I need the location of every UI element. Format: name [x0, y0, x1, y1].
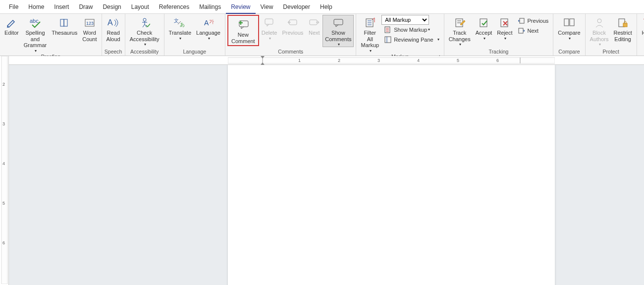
tab-mailings[interactable]: Mailings: [194, 0, 226, 14]
block-authors-icon: [593, 17, 605, 29]
tracking-previous-label: Previous: [528, 18, 549, 24]
document-workspace[interactable]: [9, 65, 644, 285]
svg-text:123: 123: [86, 21, 94, 26]
tab-developer[interactable]: Developer: [278, 0, 315, 14]
svg-rect-25: [564, 19, 569, 26]
show-markup-button[interactable]: Show Markup▾: [381, 25, 442, 35]
svg-rect-12: [265, 19, 273, 24]
show-comments-icon: [332, 17, 344, 29]
group-accessibility: Check Accessibility▾ Accessibility: [125, 14, 164, 56]
read-aloud-label: Read Aloud: [107, 30, 120, 42]
block-authors-label: Block Authors: [590, 30, 609, 42]
compare-icon: [563, 17, 575, 29]
tracking-next-button[interactable]: Next: [515, 26, 551, 36]
delete-comment-icon: [264, 17, 275, 29]
word-count-button[interactable]: 123 Word Count: [80, 15, 99, 43]
vruler-num: 3: [2, 121, 5, 126]
tab-draw[interactable]: Draw: [74, 0, 98, 14]
new-comment-icon: [237, 19, 249, 31]
hide-ink-button[interactable]: Hide Ink▾: [639, 15, 644, 47]
ruler-num: 4: [417, 58, 420, 63]
check-accessibility-button[interactable]: Check Accessibility▾: [127, 15, 162, 47]
language-label: Language: [196, 30, 220, 36]
group-language: 文あ Translate▾ A가 Language▾ Language: [164, 14, 225, 56]
ruler-num: 3: [377, 58, 380, 63]
svg-text:A: A: [107, 18, 113, 27]
accessibility-icon: [139, 17, 151, 29]
reviewing-pane-button[interactable]: Reviewing Pane▾: [381, 35, 442, 45]
spelling-grammar-button[interactable]: abc Spelling and Grammar▾: [21, 15, 49, 54]
svg-text:あ: あ: [180, 22, 185, 27]
filter-markup-label: Filter All Markup: [361, 30, 379, 49]
restrict-editing-label: Restrict Editing: [614, 30, 632, 42]
filter-markup-button[interactable]: Filter All Markup▾: [358, 15, 381, 54]
svg-rect-2: [64, 19, 67, 26]
track-changes-button[interactable]: Track Changes▾: [446, 15, 473, 47]
restrict-editing-button[interactable]: Restrict Editing: [611, 15, 635, 43]
svg-rect-24: [519, 28, 523, 33]
svg-rect-23: [520, 18, 524, 23]
vruler-num: 4: [2, 161, 5, 166]
tab-references[interactable]: References: [154, 0, 194, 14]
spelling-label: Spelling and Grammar: [24, 30, 47, 49]
translate-button[interactable]: 文あ Translate▾: [166, 15, 194, 41]
group-compare: Compare▾ Compare: [553, 14, 585, 56]
svg-rect-21: [480, 19, 487, 27]
tab-home[interactable]: Home: [23, 0, 49, 14]
svg-rect-26: [570, 19, 574, 26]
translate-label: Translate: [169, 30, 191, 36]
language-button[interactable]: A가 Language▾: [194, 15, 223, 41]
horizontal-ruler[interactable]: 1 2 3 4 5 6: [0, 56, 644, 65]
track-changes-label: Track Changes: [449, 30, 471, 42]
ruler-num: 1: [298, 58, 301, 63]
show-markup-icon: [384, 26, 392, 34]
editor-button[interactable]: Editor: [2, 15, 21, 37]
tab-review[interactable]: Review: [226, 0, 255, 14]
read-aloud-icon: A: [107, 17, 119, 29]
ruler-num: 6: [496, 58, 499, 63]
book-icon: [58, 17, 70, 29]
read-aloud-button[interactable]: A Read Aloud: [104, 15, 123, 43]
delete-comment-button: Delete▾: [259, 15, 280, 41]
group-protect: Block Authors▾ Restrict Editing Protect: [586, 14, 637, 56]
tab-layout[interactable]: Layout: [126, 0, 154, 14]
group-compare-label: Compare: [555, 49, 583, 56]
previous-change-icon: [518, 17, 526, 25]
hide-ink-icon: [642, 17, 644, 29]
previous-comment-button: Previous: [279, 15, 306, 37]
vertical-ruler[interactable]: 2 3 4 5 6: [0, 56, 9, 285]
tab-help[interactable]: Help: [315, 0, 337, 14]
track-changes-icon: [454, 17, 466, 29]
svg-point-27: [597, 19, 601, 23]
compare-button[interactable]: Compare▾: [555, 15, 583, 41]
svg-rect-33: [228, 57, 555, 63]
reviewing-pane-label: Reviewing Pane: [394, 37, 433, 43]
accept-label: Accept: [476, 30, 492, 36]
show-comments-button[interactable]: Show Comments▾: [322, 15, 354, 47]
markup-display-select[interactable]: All Markup: [381, 15, 429, 25]
svg-text:A: A: [204, 19, 209, 27]
hide-ink-label: Hide Ink: [642, 30, 644, 42]
show-markup-label: Show Markup: [394, 27, 427, 33]
filter-markup-icon: [364, 17, 376, 29]
delete-label: Delete: [262, 30, 277, 36]
new-comment-label: New Comment: [231, 32, 255, 44]
group-markup: Filter All Markup▾ All Markup Show Marku…: [356, 14, 444, 56]
new-comment-button[interactable]: New Comment: [227, 15, 259, 46]
thesaurus-button[interactable]: Thesaurus: [49, 15, 80, 37]
tab-view[interactable]: View: [256, 0, 278, 14]
group-comments: New Comment Delete▾ Previous Next Show C…: [225, 14, 356, 56]
accept-button[interactable]: Accept▾: [473, 15, 495, 41]
tab-file[interactable]: File: [4, 0, 23, 14]
next-label: Next: [309, 30, 320, 36]
language-icon: A가: [203, 17, 215, 29]
tracking-previous-button[interactable]: Previous: [515, 16, 551, 26]
tab-design[interactable]: Design: [98, 0, 126, 14]
thesaurus-label: Thesaurus: [52, 30, 77, 36]
document-page[interactable]: [228, 65, 555, 285]
tab-insert[interactable]: Insert: [49, 0, 74, 14]
reject-button[interactable]: Reject▾: [494, 15, 515, 41]
group-speech-label: Speech: [104, 49, 123, 56]
previous-label: Previous: [282, 30, 303, 36]
reject-icon: [499, 17, 511, 29]
